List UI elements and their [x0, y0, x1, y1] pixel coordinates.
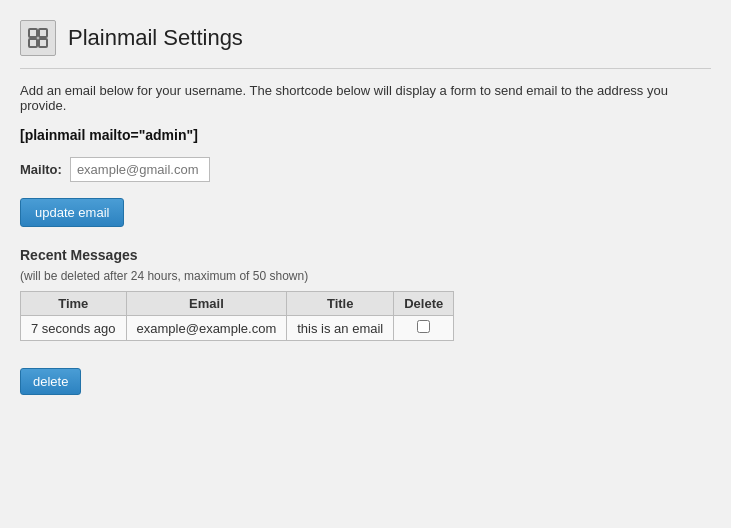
- recent-messages-section: Recent Messages (will be deleted after 2…: [20, 247, 711, 341]
- messages-table: Time Email Title Delete 7 seconds agoexa…: [20, 291, 454, 341]
- col-email: Email: [126, 292, 287, 316]
- description-text: Add an email below for your username. Th…: [20, 83, 711, 113]
- update-email-button[interactable]: update email: [20, 198, 124, 227]
- cell-delete[interactable]: [394, 316, 454, 341]
- delete-checkbox[interactable]: [417, 320, 430, 333]
- plugin-icon: [20, 20, 56, 56]
- cell-title: this is an email: [287, 316, 394, 341]
- svg-rect-0: [29, 29, 37, 37]
- mailto-row: Mailto:: [20, 157, 711, 182]
- mailto-input[interactable]: [70, 157, 210, 182]
- page-wrapper: Plainmail Settings Add an email below fo…: [20, 20, 711, 395]
- svg-rect-3: [39, 39, 47, 47]
- col-time: Time: [21, 292, 127, 316]
- delete-button[interactable]: delete: [20, 368, 81, 395]
- shortcode-text: [plainmail mailto="admin"]: [20, 127, 711, 143]
- page-title: Plainmail Settings: [68, 25, 243, 51]
- table-row: 7 seconds agoexample@example.comthis is …: [21, 316, 454, 341]
- recent-messages-title: Recent Messages: [20, 247, 711, 263]
- svg-rect-1: [39, 29, 47, 37]
- cell-time: 7 seconds ago: [21, 316, 127, 341]
- col-title: Title: [287, 292, 394, 316]
- page-header: Plainmail Settings: [20, 20, 711, 69]
- svg-rect-2: [29, 39, 37, 47]
- mailto-label: Mailto:: [20, 162, 62, 177]
- col-delete: Delete: [394, 292, 454, 316]
- recent-messages-note: (will be deleted after 24 hours, maximum…: [20, 269, 711, 283]
- cell-email: example@example.com: [126, 316, 287, 341]
